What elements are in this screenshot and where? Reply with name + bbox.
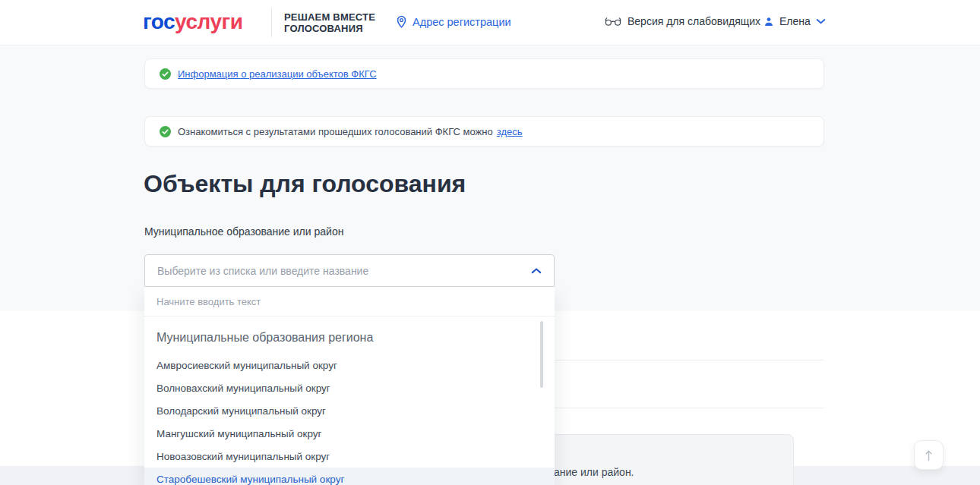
past-results-here-link[interactable]: здесь <box>497 126 523 137</box>
hint-text-fragment: ание или район. <box>554 466 634 478</box>
success-check-icon <box>160 68 171 80</box>
dropdown-option[interactable]: Волновахский муниципальный округ <box>144 376 555 399</box>
registration-address-link[interactable]: Адрес регистрации <box>396 15 511 29</box>
notification-card-past-results: Ознакомиться с результатами прошедших го… <box>144 116 824 146</box>
accessibility-version-label: Версия для слабовидящих <box>628 15 760 27</box>
user-menu[interactable]: Елена <box>763 15 826 27</box>
past-results-text: Ознакомиться с результатами прошедших го… <box>178 126 493 137</box>
arrow-up-icon <box>924 449 934 461</box>
dropdown-option-highlighted[interactable]: Старобешевский муниципальный округ <box>144 468 555 485</box>
subtitle-line2: ГОЛОСОВАНИЯ <box>284 23 375 34</box>
eyeglasses-icon <box>605 17 621 27</box>
gosuslugi-logo[interactable]: госуслуги <box>143 10 242 34</box>
subtitle-line1: РЕШАЕМ ВМЕСТЕ <box>284 11 375 23</box>
registration-address-label: Адрес регистрации <box>413 16 511 28</box>
municipality-select[interactable]: Выберите из списка или введите название <box>144 254 555 287</box>
dropdown-scrollbar[interactable] <box>540 321 543 388</box>
success-check-icon <box>160 126 171 137</box>
accessibility-version-link[interactable]: Версия для слабовидящих <box>605 15 760 27</box>
fkgs-objects-info-link[interactable]: Информация о реализации объектов ФКГС <box>178 68 377 80</box>
logo-part-red: услуги <box>175 10 242 33</box>
dropdown-option[interactable]: Мангушский муниципальный округ <box>144 422 555 445</box>
chevron-up-icon[interactable] <box>531 267 542 274</box>
dropdown-search-placeholder: Начните вводить текст <box>156 296 261 307</box>
notification-card-fkgs-info: Информация о реализации объектов ФКГС <box>144 58 824 89</box>
dropdown-option[interactable]: Амвросиевский муниципальный округ <box>144 354 555 376</box>
dropdown-option[interactable]: Новоазовский муниципальный округ <box>144 445 555 468</box>
municipality-field-label: Муниципальное образование или район <box>144 225 343 238</box>
header: госуслуги РЕШАЕМ ВМЕСТЕ ГОЛОСОВАНИЯ Адре… <box>0 0 980 46</box>
header-divider <box>271 8 272 37</box>
scroll-to-top-button[interactable] <box>914 440 944 470</box>
page-title: Объекты для голосования <box>144 170 466 198</box>
logo-part-blue: гос <box>143 10 175 33</box>
dropdown-options: Амвросиевский муниципальный округ Волнов… <box>144 354 555 485</box>
location-pin-icon <box>396 15 407 29</box>
dropdown-group-label: Муниципальные образования региона <box>144 317 555 354</box>
chevron-down-icon <box>816 18 826 25</box>
select-placeholder: Выберите из списка или введите название <box>157 265 368 277</box>
municipality-dropdown: Начните вводить текст Муниципальные обра… <box>144 287 555 485</box>
person-icon <box>763 16 774 27</box>
dropdown-option[interactable]: Володарский муниципальный округ <box>144 399 555 422</box>
portal-subtitle: РЕШАЕМ ВМЕСТЕ ГОЛОСОВАНИЯ <box>284 11 375 34</box>
user-name: Елена <box>779 15 811 27</box>
dropdown-search-input[interactable]: Начните вводить текст <box>144 287 555 317</box>
